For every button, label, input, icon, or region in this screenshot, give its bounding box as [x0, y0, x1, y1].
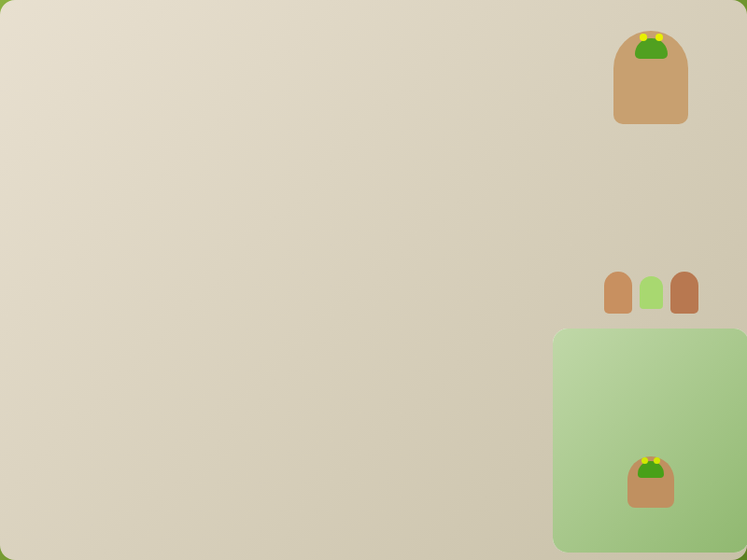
column-4: Habitats Event February 19, 2024 Animal …: [553, 7, 747, 553]
detail-article-image: [564, 449, 738, 514]
article-detail-card: WILD Wild Science ← Back Animal Handling…: [553, 329, 747, 553]
small-hands-image: [553, 265, 747, 321]
